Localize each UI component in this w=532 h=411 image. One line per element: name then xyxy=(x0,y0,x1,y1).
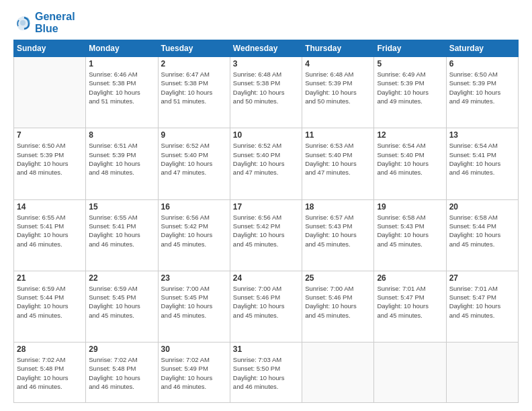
day-number: 6 xyxy=(449,59,515,68)
day-info: Sunrise: 6:48 AMSunset: 5:39 PMDaylight:… xyxy=(305,70,371,105)
day-number: 23 xyxy=(161,273,227,283)
day-number: 15 xyxy=(89,202,154,212)
calendar-cell: 7Sunrise: 6:50 AMSunset: 5:39 PMDaylight… xyxy=(14,128,86,199)
calendar-cell: 13Sunrise: 6:54 AMSunset: 5:41 PMDayligh… xyxy=(446,128,518,199)
calendar-cell xyxy=(374,342,446,403)
calendar-cell: 2Sunrise: 6:47 AMSunset: 5:38 PMDaylight… xyxy=(158,57,230,128)
calendar-cell: 10Sunrise: 6:52 AMSunset: 5:40 PMDayligh… xyxy=(230,128,302,199)
day-info: Sunrise: 6:50 AMSunset: 5:39 PMDaylight:… xyxy=(449,70,515,105)
day-number: 27 xyxy=(449,273,515,283)
day-number: 28 xyxy=(17,345,83,354)
day-number: 31 xyxy=(233,345,299,354)
day-info: Sunrise: 7:02 AMSunset: 5:48 PMDaylight:… xyxy=(17,355,83,391)
logo: General Blue xyxy=(13,11,75,34)
day-number: 24 xyxy=(233,273,299,283)
calendar-cell: 9Sunrise: 6:52 AMSunset: 5:40 PMDaylight… xyxy=(158,128,230,199)
day-info: Sunrise: 7:02 AMSunset: 5:48 PMDaylight:… xyxy=(89,355,154,391)
day-number: 11 xyxy=(305,130,371,140)
weekday-header: Friday xyxy=(374,40,446,57)
calendar-cell: 5Sunrise: 6:49 AMSunset: 5:39 PMDaylight… xyxy=(374,57,446,128)
day-number: 10 xyxy=(233,130,299,140)
calendar-cell: 26Sunrise: 7:01 AMSunset: 5:47 PMDayligh… xyxy=(374,271,446,342)
day-info: Sunrise: 6:56 AMSunset: 5:42 PMDaylight:… xyxy=(161,213,227,248)
day-number: 19 xyxy=(377,202,443,212)
weekday-header: Wednesday xyxy=(230,40,302,57)
calendar-cell: 11Sunrise: 6:53 AMSunset: 5:40 PMDayligh… xyxy=(302,128,374,199)
day-number: 26 xyxy=(377,273,443,283)
calendar-cell: 20Sunrise: 6:58 AMSunset: 5:44 PMDayligh… xyxy=(446,199,518,271)
day-number: 16 xyxy=(161,202,227,212)
calendar-cell: 19Sunrise: 6:58 AMSunset: 5:43 PMDayligh… xyxy=(374,199,446,271)
day-info: Sunrise: 7:03 AMSunset: 5:50 PMDaylight:… xyxy=(233,355,299,391)
day-number: 12 xyxy=(377,130,443,140)
day-info: Sunrise: 6:47 AMSunset: 5:38 PMDaylight:… xyxy=(161,70,227,105)
day-info: Sunrise: 6:59 AMSunset: 5:45 PMDaylight:… xyxy=(89,284,154,320)
calendar-cell: 3Sunrise: 6:48 AMSunset: 5:38 PMDaylight… xyxy=(230,57,302,128)
day-number: 22 xyxy=(89,273,154,283)
day-info: Sunrise: 6:52 AMSunset: 5:40 PMDaylight:… xyxy=(233,141,299,177)
day-number: 21 xyxy=(17,273,83,283)
day-info: Sunrise: 6:48 AMSunset: 5:38 PMDaylight:… xyxy=(233,70,299,105)
day-info: Sunrise: 6:54 AMSunset: 5:41 PMDaylight:… xyxy=(449,141,515,177)
calendar-cell: 27Sunrise: 7:01 AMSunset: 5:47 PMDayligh… xyxy=(446,271,518,342)
day-info: Sunrise: 7:00 AMSunset: 5:46 PMDaylight:… xyxy=(305,284,371,320)
page: General Blue SundayMondayTuesdayWednesda… xyxy=(0,0,532,411)
weekday-header: Tuesday xyxy=(158,40,230,57)
calendar-cell: 25Sunrise: 7:00 AMSunset: 5:46 PMDayligh… xyxy=(302,271,374,342)
day-info: Sunrise: 6:52 AMSunset: 5:40 PMDaylight:… xyxy=(161,141,227,177)
day-info: Sunrise: 6:59 AMSunset: 5:44 PMDaylight:… xyxy=(17,284,83,320)
day-number: 29 xyxy=(89,345,154,354)
calendar-cell: 28Sunrise: 7:02 AMSunset: 5:48 PMDayligh… xyxy=(14,342,86,403)
weekday-header: Saturday xyxy=(446,40,518,57)
day-info: Sunrise: 7:01 AMSunset: 5:47 PMDaylight:… xyxy=(377,284,443,320)
day-info: Sunrise: 7:02 AMSunset: 5:49 PMDaylight:… xyxy=(161,355,227,391)
calendar-week-row: 28Sunrise: 7:02 AMSunset: 5:48 PMDayligh… xyxy=(14,342,519,403)
day-info: Sunrise: 6:55 AMSunset: 5:41 PMDaylight:… xyxy=(17,213,83,248)
calendar-cell: 1Sunrise: 6:46 AMSunset: 5:38 PMDaylight… xyxy=(86,57,158,128)
logo-icon xyxy=(13,13,32,32)
calendar-cell: 16Sunrise: 6:56 AMSunset: 5:42 PMDayligh… xyxy=(158,199,230,271)
calendar-week-row: 1Sunrise: 6:46 AMSunset: 5:38 PMDaylight… xyxy=(14,57,519,128)
day-number: 30 xyxy=(161,345,227,354)
calendar-cell: 4Sunrise: 6:48 AMSunset: 5:39 PMDaylight… xyxy=(302,57,374,128)
calendar-cell xyxy=(302,342,374,403)
calendar-week-row: 7Sunrise: 6:50 AMSunset: 5:39 PMDaylight… xyxy=(14,128,519,199)
calendar-cell: 6Sunrise: 6:50 AMSunset: 5:39 PMDaylight… xyxy=(446,57,518,128)
day-number: 9 xyxy=(161,130,227,140)
day-info: Sunrise: 6:55 AMSunset: 5:41 PMDaylight:… xyxy=(89,213,154,248)
weekday-header: Monday xyxy=(86,40,158,57)
calendar-cell: 18Sunrise: 6:57 AMSunset: 5:43 PMDayligh… xyxy=(302,199,374,271)
calendar-week-row: 14Sunrise: 6:55 AMSunset: 5:41 PMDayligh… xyxy=(14,199,519,271)
day-info: Sunrise: 7:00 AMSunset: 5:45 PMDaylight:… xyxy=(161,284,227,320)
day-info: Sunrise: 6:51 AMSunset: 5:39 PMDaylight:… xyxy=(89,141,154,177)
calendar-cell: 30Sunrise: 7:02 AMSunset: 5:49 PMDayligh… xyxy=(158,342,230,403)
calendar-cell: 23Sunrise: 7:00 AMSunset: 5:45 PMDayligh… xyxy=(158,271,230,342)
calendar-table: SundayMondayTuesdayWednesdayThursdayFrid… xyxy=(13,40,519,403)
day-number: 7 xyxy=(17,130,83,140)
calendar-cell: 29Sunrise: 7:02 AMSunset: 5:48 PMDayligh… xyxy=(86,342,158,403)
day-info: Sunrise: 7:01 AMSunset: 5:47 PMDaylight:… xyxy=(449,284,515,320)
calendar-cell: 22Sunrise: 6:59 AMSunset: 5:45 PMDayligh… xyxy=(86,271,158,342)
day-number: 8 xyxy=(89,130,154,140)
day-number: 20 xyxy=(449,202,515,212)
day-number: 14 xyxy=(17,202,83,212)
header: General Blue xyxy=(13,11,519,34)
day-info: Sunrise: 6:49 AMSunset: 5:39 PMDaylight:… xyxy=(377,70,443,105)
day-info: Sunrise: 6:54 AMSunset: 5:40 PMDaylight:… xyxy=(377,141,443,177)
calendar-cell: 17Sunrise: 6:56 AMSunset: 5:42 PMDayligh… xyxy=(230,199,302,271)
day-info: Sunrise: 6:46 AMSunset: 5:38 PMDaylight:… xyxy=(89,70,154,105)
day-number: 17 xyxy=(233,202,299,212)
day-number: 2 xyxy=(161,59,227,68)
logo-text: General Blue xyxy=(35,11,75,34)
weekday-header: Thursday xyxy=(302,40,374,57)
calendar-cell: 31Sunrise: 7:03 AMSunset: 5:50 PMDayligh… xyxy=(230,342,302,403)
svg-point-1 xyxy=(20,20,26,26)
calendar-cell: 15Sunrise: 6:55 AMSunset: 5:41 PMDayligh… xyxy=(86,199,158,271)
calendar-cell xyxy=(446,342,518,403)
day-info: Sunrise: 6:57 AMSunset: 5:43 PMDaylight:… xyxy=(305,213,371,248)
day-number: 13 xyxy=(449,130,515,140)
weekday-header-row: SundayMondayTuesdayWednesdayThursdayFrid… xyxy=(14,40,519,57)
day-number: 4 xyxy=(305,59,371,68)
day-info: Sunrise: 6:58 AMSunset: 5:43 PMDaylight:… xyxy=(377,213,443,248)
day-info: Sunrise: 6:58 AMSunset: 5:44 PMDaylight:… xyxy=(449,213,515,248)
